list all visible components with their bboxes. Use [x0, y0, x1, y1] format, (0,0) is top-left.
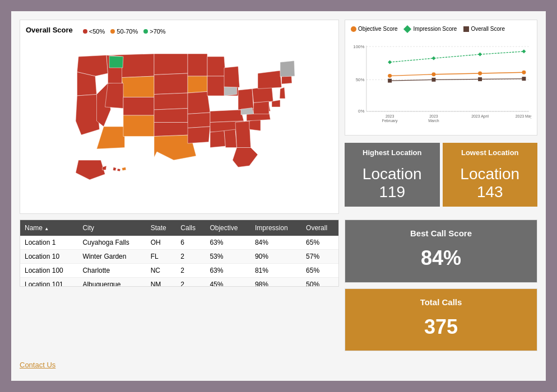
- col-calls[interactable]: Calls: [176, 220, 205, 236]
- table-row: Location 10Winter GardenFL253%90%57%: [20, 250, 338, 264]
- legend-item-low: <50%: [83, 28, 105, 35]
- legend-label-high: >70%: [150, 28, 165, 35]
- cell-city: Cuyahoga Falls: [78, 236, 146, 250]
- table-row: Location 1Cuyahoga FallsOH663%84%65%: [20, 236, 338, 250]
- cell-city: Charlotte: [78, 264, 146, 278]
- cell-state: NC: [146, 264, 177, 278]
- stats-section: Best Call Score 84% Total Calls 375: [345, 220, 537, 351]
- contact-link[interactable]: Contact Us: [20, 361, 55, 369]
- cell-state: OH: [146, 236, 177, 250]
- cell-calls: 2: [176, 278, 205, 287]
- cell-name: Location 10: [20, 250, 78, 264]
- legend-overall: Overall Score: [463, 26, 505, 32]
- legend-label-low: <50%: [89, 28, 105, 35]
- cell-objective: 53%: [205, 250, 250, 264]
- best-call-value: 84%: [354, 246, 528, 270]
- location-cards: Highest Location Location 119 Lowest Loc…: [345, 143, 537, 207]
- legend-dot-high: [143, 29, 148, 34]
- cell-impression: 81%: [250, 264, 301, 278]
- map-title: Overall Score: [26, 26, 73, 34]
- map-section: Overall Score <50% 50-70% >70%: [20, 20, 339, 214]
- total-calls-value: 375: [354, 315, 528, 339]
- line-chart-svg: 100% 50% 0%: [351, 35, 531, 127]
- col-impression[interactable]: Impression: [250, 220, 301, 236]
- legend-dot-impression: [403, 25, 411, 32]
- cell-objective: 45%: [205, 278, 250, 287]
- legend-dot-overall: [463, 26, 469, 32]
- svg-line-27: [434, 79, 480, 80]
- col-overall[interactable]: Overall: [301, 220, 338, 236]
- best-call-card: Best Call Score 84%: [345, 220, 537, 283]
- lowest-location-value: Location 143: [448, 165, 532, 201]
- cell-impression: 98%: [250, 278, 301, 287]
- svg-text:100%: 100%: [353, 44, 364, 49]
- highest-location-card: Highest Location Location 119: [345, 143, 440, 207]
- best-call-title: Best Call Score: [354, 228, 528, 238]
- legend-label-mid: 50-70%: [117, 28, 138, 35]
- legend-label-impression: Impression Score: [414, 26, 457, 32]
- cell-overall: 65%: [301, 236, 338, 250]
- cell-impression: 84%: [250, 236, 301, 250]
- cell-overall: 50%: [301, 278, 338, 287]
- contact-section: Contact Us: [20, 357, 537, 372]
- legend-impression: Impression Score: [405, 26, 457, 32]
- svg-text:50%: 50%: [356, 77, 365, 82]
- cell-overall: 57%: [301, 250, 338, 264]
- svg-text:March: March: [428, 119, 439, 123]
- col-state[interactable]: State: [146, 220, 177, 236]
- cell-impression: 90%: [250, 250, 301, 264]
- svg-line-14: [480, 72, 524, 73]
- cell-calls: 6: [176, 236, 205, 250]
- cell-state: FL: [146, 250, 177, 264]
- table-header-row: Name ▲ City State Calls Objective Impres…: [20, 220, 338, 236]
- sort-arrow-name: ▲: [44, 226, 49, 231]
- map-svg: [26, 40, 333, 208]
- lowest-location-card: Lowest Location Location 143: [443, 143, 538, 207]
- total-calls-card: Total Calls 375: [345, 288, 537, 352]
- svg-line-13: [434, 73, 480, 74]
- svg-text:2023: 2023: [429, 114, 438, 118]
- svg-text:2023 May: 2023 May: [516, 114, 531, 119]
- legend-dot-mid: [110, 29, 115, 34]
- cell-calls: 2: [176, 264, 205, 278]
- highest-location-value: Location 119: [350, 165, 434, 201]
- total-calls-title: Total Calls: [354, 297, 528, 307]
- svg-text:February: February: [382, 119, 398, 123]
- legend-label-objective: Objective Score: [358, 26, 398, 32]
- svg-line-21: [480, 52, 524, 54]
- col-objective[interactable]: Objective: [205, 220, 250, 236]
- legend-dot-low: [83, 29, 87, 34]
- col-name[interactable]: Name ▲: [20, 220, 78, 236]
- highest-location-title: Highest Location: [350, 148, 434, 157]
- data-table: Name ▲ City State Calls Objective Impres…: [20, 220, 338, 287]
- svg-text:2023: 2023: [386, 114, 394, 118]
- cell-objective: 63%: [205, 264, 250, 278]
- cell-overall: 65%: [301, 264, 338, 278]
- cell-name: Location 1: [20, 236, 78, 250]
- table-body: Location 1Cuyahoga FallsOH663%84%65%Loca…: [20, 236, 338, 287]
- svg-line-28: [480, 79, 524, 80]
- cell-city: Winter Garden: [78, 250, 146, 264]
- legend-dot-objective: [351, 26, 356, 32]
- cell-city: Albuquerque: [78, 278, 146, 287]
- legend-item-high: >70%: [143, 28, 165, 35]
- cell-calls: 2: [176, 250, 205, 264]
- cell-name: Location 100: [20, 264, 78, 278]
- col-city[interactable]: City: [78, 220, 146, 236]
- chart-section: Objective Score Impression Score Overall…: [345, 20, 537, 136]
- legend-item-mid: 50-70%: [110, 28, 138, 35]
- svg-line-20: [434, 54, 480, 58]
- svg-text:0%: 0%: [358, 109, 364, 114]
- table-row: Location 100CharlotteNC263%81%65%: [20, 264, 338, 278]
- cell-objective: 63%: [205, 236, 250, 250]
- lowest-location-title: Lowest Location: [448, 148, 532, 157]
- table-section: Name ▲ City State Calls Objective Impres…: [20, 220, 339, 287]
- legend-label-overall: Overall Score: [471, 26, 505, 32]
- cell-name: Location 101: [20, 278, 78, 287]
- cell-state: NM: [146, 278, 177, 287]
- svg-text:2023 April: 2023 April: [471, 114, 489, 119]
- svg-line-19: [390, 58, 434, 62]
- table-row: Location 101AlbuquerqueNM245%98%50%: [20, 278, 338, 287]
- map-legend: <50% 50-70% >70%: [83, 28, 166, 35]
- svg-line-12: [390, 74, 434, 76]
